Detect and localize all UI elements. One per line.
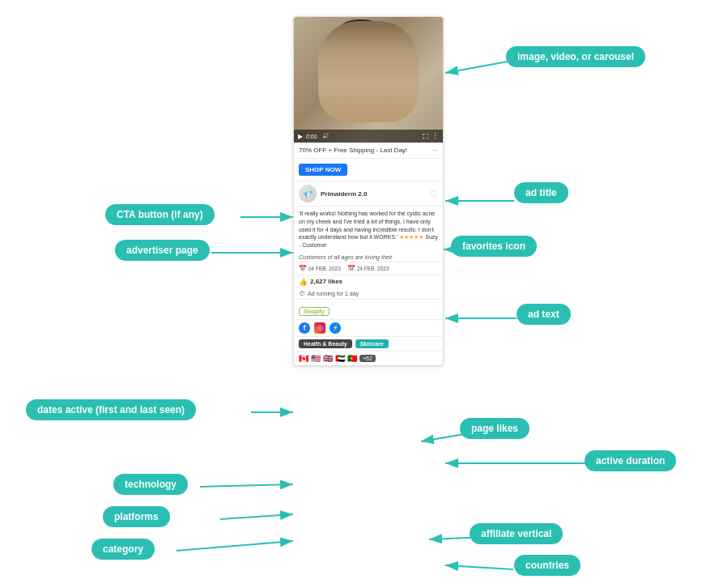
- label-image-video: image, video, or carousel: [506, 46, 645, 67]
- like-icon: 👍: [299, 278, 308, 286]
- svg-line-11: [200, 484, 293, 487]
- svg-line-13: [176, 541, 293, 551]
- countries-row: 🇨🇦 🇺🇸 🇬🇧 🇦🇪 🇵🇹 +62: [294, 351, 443, 365]
- label-active-duration: active duration: [585, 450, 676, 471]
- label-page-likes: page likes: [460, 418, 529, 439]
- label-favorites-icon: favorites icon: [451, 236, 537, 257]
- date-first: 04 FEB. 2023: [308, 266, 341, 271]
- label-countries: countries: [514, 555, 581, 576]
- category-row: Health & Beauty Skincare: [294, 336, 443, 351]
- label-platforms: platforms: [103, 506, 170, 527]
- likes-row: 👍 2,627 likes: [294, 275, 443, 288]
- heart-icon[interactable]: ♡: [430, 189, 438, 199]
- shop-now-button[interactable]: SHOP NOW: [299, 164, 347, 176]
- flag-uk: 🇬🇧: [323, 354, 333, 363]
- label-technology: technology: [113, 474, 188, 495]
- svg-line-12: [220, 514, 293, 519]
- more-dots-icon[interactable]: ···: [432, 146, 438, 155]
- ad-title-bar: 70% OFF + Free Shipping - Last Day! ···: [294, 143, 443, 159]
- ad-running-row: ⏱ Ad running for 1 day: [294, 288, 443, 299]
- facebook-icon: f: [299, 322, 310, 334]
- ad-subtext: Customers of all ages are loving their: [294, 253, 443, 262]
- flag-portugal: 🇵🇹: [347, 354, 357, 363]
- volume-icon[interactable]: 🔊: [322, 133, 330, 139]
- technology-row: Shopify: [294, 299, 443, 319]
- dates-row: 📅 04 FEB. 2023 📅 24 FEB. 2023: [294, 262, 443, 275]
- calendar-icon-1: 📅: [299, 265, 307, 272]
- label-advertiser-page: advertiser page: [115, 240, 210, 261]
- plus-countries-badge: +62: [359, 355, 376, 362]
- instagram-icon: ◎: [314, 322, 325, 334]
- date-last: 24 FEB. 2023: [357, 266, 389, 271]
- svg-line-2: [445, 62, 508, 73]
- platforms-row: f ◎ ⚡: [294, 319, 443, 336]
- messenger-icon: ⚡: [330, 322, 341, 334]
- advertiser-icon: 💎: [299, 185, 317, 202]
- label-affiliate-vertical: affiliate vertical: [470, 523, 563, 544]
- flag-canada: 🇨🇦: [299, 354, 308, 363]
- svg-line-15: [445, 565, 513, 569]
- shopify-badge: Shopify: [299, 307, 330, 316]
- video-thumbnail: ▶ 0:00 🔊 ⛶ ⋮: [294, 17, 443, 143]
- fullscreen-icon[interactable]: ⛶: [423, 134, 428, 139]
- video-time: 0:00: [306, 134, 317, 139]
- flag-us: 🇺🇸: [311, 354, 321, 363]
- more-options-icon[interactable]: ⋮: [432, 132, 439, 140]
- clock-icon: ⏱: [299, 290, 305, 297]
- likes-count: 2,627 likes: [310, 278, 342, 285]
- ad-card: ▶ 0:00 🔊 ⛶ ⋮ 70% OFF + Free Shipping - L…: [293, 16, 444, 366]
- calendar-icon-2: 📅: [347, 265, 355, 272]
- flag-uae: 🇦🇪: [335, 354, 345, 363]
- label-cta-button: CTA button (if any): [105, 204, 215, 225]
- label-dates-active: dates active (first and last seen): [26, 399, 196, 420]
- label-ad-title: ad title: [514, 182, 568, 203]
- label-ad-text: ad text: [517, 304, 571, 325]
- advertiser-name: Primalderm 2.0: [321, 190, 430, 198]
- category-badge-1: Health & Beauty: [299, 339, 352, 348]
- play-icon[interactable]: ▶: [298, 133, 303, 140]
- ad-body-text: 'It really works! Nothing has worked for…: [294, 206, 443, 253]
- running-text: Ad running for 1 day: [308, 291, 359, 296]
- label-category: category: [91, 539, 155, 560]
- category-badge-2: Skincare: [355, 339, 389, 348]
- advertiser-row: 💎 Primalderm 2.0 ♡: [294, 181, 443, 206]
- ad-title-text: 70% OFF + Free Shipping - Last Day!: [299, 147, 432, 154]
